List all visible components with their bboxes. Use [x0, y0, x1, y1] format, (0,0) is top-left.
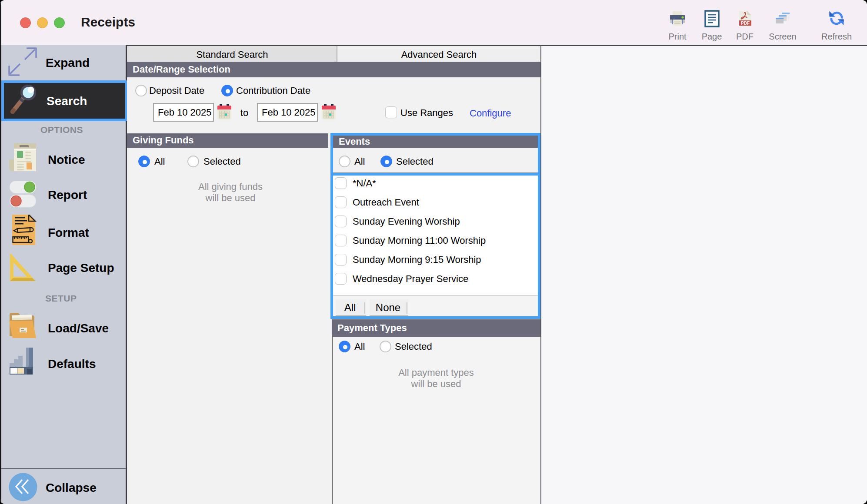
svg-text:PDF: PDF	[741, 21, 750, 26]
